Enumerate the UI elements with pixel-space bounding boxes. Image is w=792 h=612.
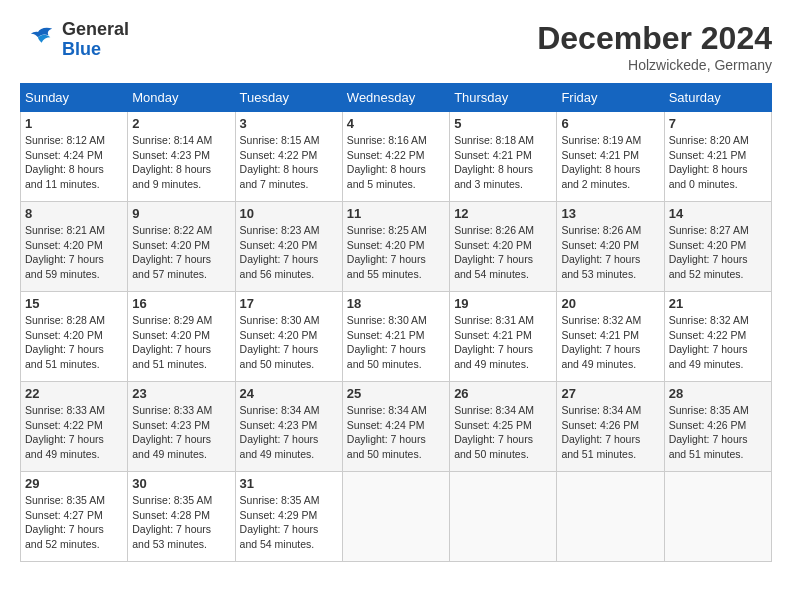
day-info: Sunrise: 8:26 AM Sunset: 4:20 PM Dayligh…: [454, 223, 552, 282]
calendar-cell: 23 Sunrise: 8:33 AM Sunset: 4:23 PM Dayl…: [128, 382, 235, 472]
day-number: 2: [132, 116, 230, 131]
calendar-cell: 24 Sunrise: 8:34 AM Sunset: 4:23 PM Dayl…: [235, 382, 342, 472]
month-year: December 2024: [537, 20, 772, 57]
day-number: 10: [240, 206, 338, 221]
calendar-cell: 16 Sunrise: 8:29 AM Sunset: 4:20 PM Dayl…: [128, 292, 235, 382]
day-info: Sunrise: 8:28 AM Sunset: 4:20 PM Dayligh…: [25, 313, 123, 372]
day-info: Sunrise: 8:19 AM Sunset: 4:21 PM Dayligh…: [561, 133, 659, 192]
calendar-cell: 9 Sunrise: 8:22 AM Sunset: 4:20 PM Dayli…: [128, 202, 235, 292]
calendar-cell: 2 Sunrise: 8:14 AM Sunset: 4:23 PM Dayli…: [128, 112, 235, 202]
day-number: 4: [347, 116, 445, 131]
day-info: Sunrise: 8:30 AM Sunset: 4:20 PM Dayligh…: [240, 313, 338, 372]
calendar-cell: 14 Sunrise: 8:27 AM Sunset: 4:20 PM Dayl…: [664, 202, 771, 292]
calendar-cell: 26 Sunrise: 8:34 AM Sunset: 4:25 PM Dayl…: [450, 382, 557, 472]
calendar-cell: 21 Sunrise: 8:32 AM Sunset: 4:22 PM Dayl…: [664, 292, 771, 382]
calendar-cell: 5 Sunrise: 8:18 AM Sunset: 4:21 PM Dayli…: [450, 112, 557, 202]
day-info: Sunrise: 8:16 AM Sunset: 4:22 PM Dayligh…: [347, 133, 445, 192]
calendar-cell: 7 Sunrise: 8:20 AM Sunset: 4:21 PM Dayli…: [664, 112, 771, 202]
calendar-cell: 27 Sunrise: 8:34 AM Sunset: 4:26 PM Dayl…: [557, 382, 664, 472]
calendar-cell: 12 Sunrise: 8:26 AM Sunset: 4:20 PM Dayl…: [450, 202, 557, 292]
day-number: 16: [132, 296, 230, 311]
calendar-cell: 19 Sunrise: 8:31 AM Sunset: 4:21 PM Dayl…: [450, 292, 557, 382]
title-area: December 2024 Holzwickede, Germany: [537, 20, 772, 73]
day-info: Sunrise: 8:32 AM Sunset: 4:22 PM Dayligh…: [669, 313, 767, 372]
day-number: 27: [561, 386, 659, 401]
day-info: Sunrise: 8:35 AM Sunset: 4:27 PM Dayligh…: [25, 493, 123, 552]
day-info: Sunrise: 8:34 AM Sunset: 4:23 PM Dayligh…: [240, 403, 338, 462]
calendar-table: SundayMondayTuesdayWednesdayThursdayFrid…: [20, 83, 772, 562]
day-info: Sunrise: 8:20 AM Sunset: 4:21 PM Dayligh…: [669, 133, 767, 192]
weekday-header-wednesday: Wednesday: [342, 84, 449, 112]
day-number: 18: [347, 296, 445, 311]
day-number: 23: [132, 386, 230, 401]
day-info: Sunrise: 8:23 AM Sunset: 4:20 PM Dayligh…: [240, 223, 338, 282]
calendar-cell: [450, 472, 557, 562]
weekday-header-friday: Friday: [557, 84, 664, 112]
calendar-cell: 25 Sunrise: 8:34 AM Sunset: 4:24 PM Dayl…: [342, 382, 449, 472]
calendar-cell: 8 Sunrise: 8:21 AM Sunset: 4:20 PM Dayli…: [21, 202, 128, 292]
calendar-cell: 22 Sunrise: 8:33 AM Sunset: 4:22 PM Dayl…: [21, 382, 128, 472]
day-info: Sunrise: 8:29 AM Sunset: 4:20 PM Dayligh…: [132, 313, 230, 372]
day-info: Sunrise: 8:12 AM Sunset: 4:24 PM Dayligh…: [25, 133, 123, 192]
day-number: 25: [347, 386, 445, 401]
calendar-body: 1 Sunrise: 8:12 AM Sunset: 4:24 PM Dayli…: [21, 112, 772, 562]
logo-bird-icon: [20, 25, 56, 55]
calendar-cell: [557, 472, 664, 562]
calendar-cell: 1 Sunrise: 8:12 AM Sunset: 4:24 PM Dayli…: [21, 112, 128, 202]
day-number: 15: [25, 296, 123, 311]
calendar-cell: 11 Sunrise: 8:25 AM Sunset: 4:20 PM Dayl…: [342, 202, 449, 292]
logo: General Blue: [20, 20, 129, 60]
day-number: 8: [25, 206, 123, 221]
day-info: Sunrise: 8:33 AM Sunset: 4:23 PM Dayligh…: [132, 403, 230, 462]
calendar-cell: [664, 472, 771, 562]
calendar-cell: [342, 472, 449, 562]
calendar-cell: 18 Sunrise: 8:30 AM Sunset: 4:21 PM Dayl…: [342, 292, 449, 382]
day-info: Sunrise: 8:34 AM Sunset: 4:24 PM Dayligh…: [347, 403, 445, 462]
day-number: 29: [25, 476, 123, 491]
calendar-cell: 17 Sunrise: 8:30 AM Sunset: 4:20 PM Dayl…: [235, 292, 342, 382]
day-info: Sunrise: 8:21 AM Sunset: 4:20 PM Dayligh…: [25, 223, 123, 282]
day-number: 19: [454, 296, 552, 311]
calendar-cell: 20 Sunrise: 8:32 AM Sunset: 4:21 PM Dayl…: [557, 292, 664, 382]
logo-text: General Blue: [62, 20, 129, 60]
calendar-cell: 6 Sunrise: 8:19 AM Sunset: 4:21 PM Dayli…: [557, 112, 664, 202]
day-info: Sunrise: 8:15 AM Sunset: 4:22 PM Dayligh…: [240, 133, 338, 192]
weekday-header-thursday: Thursday: [450, 84, 557, 112]
day-number: 17: [240, 296, 338, 311]
day-number: 21: [669, 296, 767, 311]
day-info: Sunrise: 8:34 AM Sunset: 4:26 PM Dayligh…: [561, 403, 659, 462]
calendar-cell: 28 Sunrise: 8:35 AM Sunset: 4:26 PM Dayl…: [664, 382, 771, 472]
calendar-cell: 4 Sunrise: 8:16 AM Sunset: 4:22 PM Dayli…: [342, 112, 449, 202]
weekday-header-sunday: Sunday: [21, 84, 128, 112]
day-number: 14: [669, 206, 767, 221]
day-number: 26: [454, 386, 552, 401]
day-info: Sunrise: 8:25 AM Sunset: 4:20 PM Dayligh…: [347, 223, 445, 282]
day-number: 24: [240, 386, 338, 401]
day-number: 11: [347, 206, 445, 221]
day-number: 20: [561, 296, 659, 311]
calendar-cell: 15 Sunrise: 8:28 AM Sunset: 4:20 PM Dayl…: [21, 292, 128, 382]
day-number: 3: [240, 116, 338, 131]
calendar-cell: 10 Sunrise: 8:23 AM Sunset: 4:20 PM Dayl…: [235, 202, 342, 292]
weekday-header-row: SundayMondayTuesdayWednesdayThursdayFrid…: [21, 84, 772, 112]
day-info: Sunrise: 8:30 AM Sunset: 4:21 PM Dayligh…: [347, 313, 445, 372]
day-info: Sunrise: 8:14 AM Sunset: 4:23 PM Dayligh…: [132, 133, 230, 192]
page-header: General Blue December 2024 Holzwickede, …: [20, 20, 772, 73]
day-info: Sunrise: 8:35 AM Sunset: 4:26 PM Dayligh…: [669, 403, 767, 462]
weekday-header-tuesday: Tuesday: [235, 84, 342, 112]
day-info: Sunrise: 8:33 AM Sunset: 4:22 PM Dayligh…: [25, 403, 123, 462]
day-info: Sunrise: 8:26 AM Sunset: 4:20 PM Dayligh…: [561, 223, 659, 282]
day-info: Sunrise: 8:35 AM Sunset: 4:28 PM Dayligh…: [132, 493, 230, 552]
day-number: 1: [25, 116, 123, 131]
day-number: 6: [561, 116, 659, 131]
calendar-cell: 13 Sunrise: 8:26 AM Sunset: 4:20 PM Dayl…: [557, 202, 664, 292]
calendar-week-5: 29 Sunrise: 8:35 AM Sunset: 4:27 PM Dayl…: [21, 472, 772, 562]
day-info: Sunrise: 8:32 AM Sunset: 4:21 PM Dayligh…: [561, 313, 659, 372]
day-info: Sunrise: 8:34 AM Sunset: 4:25 PM Dayligh…: [454, 403, 552, 462]
weekday-header-saturday: Saturday: [664, 84, 771, 112]
day-info: Sunrise: 8:31 AM Sunset: 4:21 PM Dayligh…: [454, 313, 552, 372]
day-number: 22: [25, 386, 123, 401]
day-number: 7: [669, 116, 767, 131]
day-number: 31: [240, 476, 338, 491]
calendar-week-4: 22 Sunrise: 8:33 AM Sunset: 4:22 PM Dayl…: [21, 382, 772, 472]
